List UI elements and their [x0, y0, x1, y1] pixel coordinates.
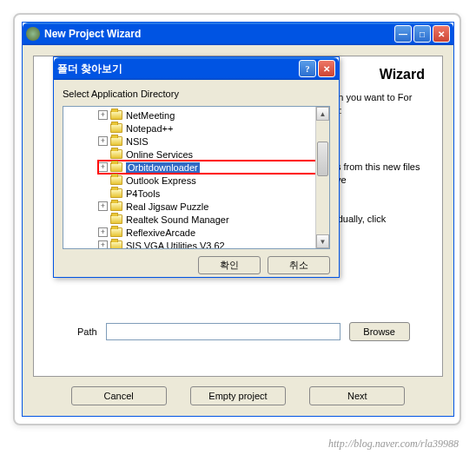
expand-icon[interactable]: +: [98, 136, 108, 146]
expand-icon[interactable]: +: [98, 201, 108, 211]
tree-item-label: Notepad++: [126, 123, 173, 134]
tree-item-orbitdownloader[interactable]: +Orbitdownloader: [98, 161, 329, 174]
tree-item-label: SIS VGA Utilities V3.62: [126, 240, 225, 250]
scroll-up-button[interactable]: ▲: [316, 107, 329, 121]
browse-button[interactable]: Browse: [349, 322, 410, 341]
folder-icon: [110, 136, 122, 146]
expand-icon[interactable]: +: [98, 162, 108, 172]
watermark: http://blog.naver.com/rla39988: [328, 438, 459, 451]
wizard-titlebar[interactable]: New Project Wizard — □ ✕: [23, 23, 453, 45]
tree-item-nsis[interactable]: +NSIS: [98, 135, 329, 148]
expand-icon: [98, 149, 108, 159]
tree-item-netmeeting[interactable]: +NetMeeting: [98, 109, 329, 122]
folder-icon: [110, 162, 122, 172]
folder-icon: [110, 149, 122, 159]
tree-item-online-services[interactable]: Online Services: [98, 148, 329, 161]
folder-icon: [110, 214, 122, 224]
tree-item-label: Online Services: [126, 149, 193, 160]
help-button[interactable]: ?: [299, 60, 316, 77]
tree-item-sis-vga-utilities-v3-62[interactable]: +SIS VGA Utilities V3.62: [98, 239, 329, 249]
folder-icon: [110, 110, 122, 120]
folder-tree[interactable]: +NetMeetingNotepad+++NSISOnline Services…: [63, 106, 330, 249]
path-input[interactable]: [106, 323, 340, 340]
tree-item-label: ReflexiveArcade: [126, 227, 195, 238]
maximize-button[interactable]: □: [413, 25, 431, 43]
folder-icon: [110, 175, 122, 185]
close-button[interactable]: ✕: [433, 25, 450, 43]
app-icon: [26, 27, 40, 41]
expand-icon: [98, 188, 108, 198]
minimize-button[interactable]: —: [394, 25, 412, 43]
folder-icon: [110, 188, 122, 198]
expand-icon: [98, 175, 108, 185]
scroll-down-button[interactable]: ▼: [316, 234, 329, 248]
tree-item-label: P4Tools: [126, 188, 160, 199]
tree-item-label: Real Jigsaw Puzzle: [126, 201, 208, 212]
browse-folder-dialog: 폴더 찾아보기 ? ✕ Select Application Directory…: [53, 56, 340, 278]
expand-icon: [98, 123, 108, 133]
tree-item-label: Orbitdownloader: [126, 162, 200, 173]
folder-icon: [110, 201, 122, 211]
cancel-button[interactable]: Cancel: [71, 386, 167, 405]
expand-icon[interactable]: +: [98, 227, 108, 237]
browse-title: 폴더 찾아보기: [57, 62, 299, 76]
folder-icon: [110, 227, 122, 237]
ok-button[interactable]: 확인: [198, 256, 261, 274]
browse-cancel-button[interactable]: 취소: [268, 256, 330, 274]
tree-item-outlook-express[interactable]: Outlook Express: [98, 174, 329, 187]
tree-item-label: NSIS: [126, 136, 149, 147]
scroll-thumb[interactable]: [317, 142, 328, 176]
browse-titlebar[interactable]: 폴더 찾아보기 ? ✕: [54, 57, 339, 80]
browse-close-button[interactable]: ✕: [318, 60, 335, 77]
tree-item-notepad-[interactable]: Notepad++: [98, 122, 329, 135]
tree-item-label: Realtek Sound Manager: [126, 214, 229, 225]
expand-icon: [98, 214, 108, 224]
tree-item-real-jigsaw-puzzle[interactable]: +Real Jigsaw Puzzle: [98, 200, 329, 213]
tree-item-p4tools[interactable]: P4Tools: [98, 187, 329, 200]
path-label: Path: [77, 326, 97, 337]
wizard-title: New Project Wizard: [44, 28, 394, 40]
expand-icon[interactable]: +: [98, 240, 108, 249]
next-button[interactable]: Next: [309, 386, 405, 405]
folder-icon: [110, 240, 122, 249]
tree-item-realtek-sound-manager[interactable]: Realtek Sound Manager: [98, 213, 329, 226]
browse-instruction: Select Application Directory: [63, 89, 330, 99]
tree-item-label: Outlook Express: [126, 175, 196, 186]
empty-project-button[interactable]: Empty project: [190, 386, 286, 405]
tree-scrollbar[interactable]: ▲ ▼: [315, 107, 329, 248]
tree-item-label: NetMeeting: [126, 110, 175, 121]
folder-icon: [110, 123, 122, 133]
tree-item-reflexivearcade[interactable]: +ReflexiveArcade: [98, 226, 329, 239]
expand-icon[interactable]: +: [98, 110, 108, 120]
wizard-heading: Wizard: [380, 67, 425, 82]
